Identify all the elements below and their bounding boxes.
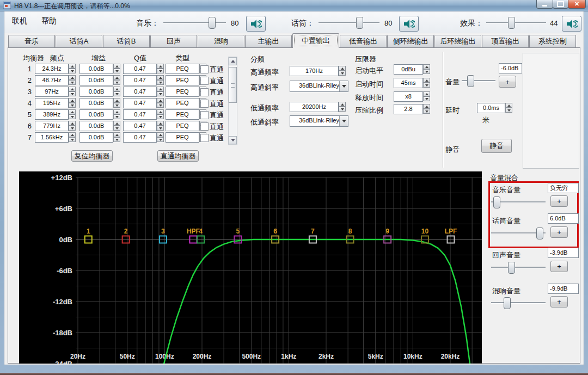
title-bar[interactable]: H8 V1.8---正在调用预设，请稍等...0.0% ✕ xyxy=(0,0,588,11)
spin-down-icon[interactable] xyxy=(339,71,346,76)
spin-down-icon[interactable] xyxy=(157,103,164,108)
spin-up-icon[interactable] xyxy=(69,121,76,126)
eq-gain-1-input[interactable]: 0.0dB xyxy=(79,64,113,74)
maximize-button[interactable] xyxy=(553,0,568,9)
tab-话筒B[interactable]: 话筒B xyxy=(103,35,150,47)
spin-down-icon[interactable] xyxy=(157,91,164,96)
compressor-field-1-input[interactable]: 45ms xyxy=(394,78,423,88)
menu-item-connect[interactable]: 联机 xyxy=(8,15,32,28)
eq-type-6-input[interactable]: PEQ xyxy=(166,121,199,131)
spin-down-icon[interactable] xyxy=(157,80,164,85)
chevron-down-icon[interactable] xyxy=(339,81,348,91)
music-slider-thumb[interactable] xyxy=(209,17,216,29)
tab-回声[interactable]: 回声 xyxy=(150,35,197,47)
eq-q-6-input[interactable]: 0.47 xyxy=(123,121,157,131)
spin-down-icon[interactable] xyxy=(157,114,164,119)
spin-up-icon[interactable] xyxy=(157,75,164,80)
mixer-music-value[interactable]: 负无穷 xyxy=(548,183,579,193)
eq-type-7-input[interactable]: PEQ xyxy=(166,132,199,143)
spin-down-icon[interactable] xyxy=(113,126,120,131)
spin-down-icon[interactable] xyxy=(113,103,120,108)
spin-down-icon[interactable] xyxy=(339,107,346,112)
eq-bypass-checkbox-7[interactable] xyxy=(200,134,209,142)
tab-中置输出[interactable]: 中置输出 xyxy=(292,33,339,48)
effect-slider-thumb[interactable] xyxy=(508,17,515,29)
mute-button[interactable]: 静音 xyxy=(481,139,512,153)
mixer-echo-value[interactable]: -3.9dB xyxy=(548,248,579,258)
mixer-echo-thumb[interactable] xyxy=(508,262,515,274)
mixer-music-thumb[interactable] xyxy=(493,196,500,208)
eq-gain-6-input[interactable]: 0.0dB xyxy=(79,121,113,131)
eq-bypass-checkbox-3[interactable] xyxy=(200,88,209,96)
compressor-field-0-input[interactable]: 0dBu xyxy=(394,64,423,75)
tab-混响[interactable]: 混响 xyxy=(198,35,244,47)
tab-主输出[interactable]: 主输出 xyxy=(245,35,292,47)
mic-mute-button[interactable] xyxy=(399,16,419,32)
eq-gain-4-input[interactable]: 0.0dB xyxy=(79,98,113,108)
tab-侧环绕输出[interactable]: 侧环绕输出 xyxy=(387,35,434,47)
mixer-music-slider[interactable] xyxy=(491,196,546,207)
mixer-reverb-value[interactable]: -9.9dB xyxy=(548,284,579,294)
eq-bypass-checkbox-2[interactable] xyxy=(200,77,209,85)
output-volume-plus-button[interactable]: + xyxy=(499,76,516,88)
output-volume-value[interactable]: -6.0dB xyxy=(499,63,522,73)
spin-up-icon[interactable] xyxy=(339,102,346,107)
spin-down-icon[interactable] xyxy=(113,137,120,142)
hp-freq-input[interactable]: 170Hz xyxy=(290,66,339,76)
spin-up-icon[interactable] xyxy=(157,121,164,126)
delay-input[interactable]: 0.0ms xyxy=(477,103,505,113)
compressor-field-2-input[interactable]: x8 xyxy=(394,91,423,102)
scroll-up-icon[interactable] xyxy=(229,57,237,65)
spin-down-icon[interactable] xyxy=(69,69,76,73)
spin-up-icon[interactable] xyxy=(69,98,76,103)
spin-up-icon[interactable] xyxy=(157,87,164,91)
eq-reset-button[interactable]: 复位均衡器 xyxy=(71,150,113,162)
eq-gain-2-input[interactable]: 0.0dB xyxy=(79,75,113,85)
mixer-echo-track[interactable] xyxy=(491,267,546,268)
spin-up-icon[interactable] xyxy=(423,78,430,83)
spin-up-icon[interactable] xyxy=(157,109,164,114)
spin-up-icon[interactable] xyxy=(339,66,346,71)
mixer-reverb-plus-button[interactable]: + xyxy=(550,296,568,308)
eq-gain-7-input[interactable]: 0.0dB xyxy=(79,132,113,143)
compressor-field-3-input[interactable]: 2.8 xyxy=(394,104,423,114)
mixer-mic-slider[interactable] xyxy=(491,228,546,238)
mixer-mic-value[interactable]: 6.0dB xyxy=(548,213,579,224)
eq-bypass-checkbox-6[interactable] xyxy=(200,122,209,131)
eq-freq-1-input[interactable]: 24.3Hz xyxy=(35,64,69,74)
spin-up-icon[interactable] xyxy=(69,132,76,137)
mic-volume-slider[interactable] xyxy=(318,17,379,28)
eq-q-5-input[interactable]: 0.47 xyxy=(123,109,157,120)
tab-低音输出[interactable]: 低音输出 xyxy=(340,35,387,47)
eq-freq-2-input[interactable]: 48.7Hz xyxy=(35,75,69,85)
eq-bypass-button[interactable]: 直通均衡器 xyxy=(157,150,199,162)
spin-up-icon[interactable] xyxy=(157,132,164,137)
spin-down-icon[interactable] xyxy=(69,126,76,131)
eq-freq-7-input[interactable]: 1.56kHz xyxy=(35,132,69,143)
tab-后环绕输出[interactable]: 后环绕输出 xyxy=(434,35,481,47)
eq-type-3-input[interactable]: PEQ xyxy=(166,87,199,97)
spin-up-icon[interactable] xyxy=(423,91,430,96)
spin-up-icon[interactable] xyxy=(113,64,120,69)
eq-freq-6-input[interactable]: 779Hz xyxy=(35,121,69,131)
spin-down-icon[interactable] xyxy=(423,96,430,101)
tab-顶置输出[interactable]: 顶置输出 xyxy=(482,35,529,47)
spin-down-icon[interactable] xyxy=(157,69,164,73)
mixer-echo-slider[interactable] xyxy=(491,262,546,273)
spin-down-icon[interactable] xyxy=(157,137,164,142)
lp-slope-select[interactable]: 36dBLink-Riley xyxy=(290,115,348,127)
eq-scrollbar[interactable] xyxy=(228,57,237,145)
effect-mute-button[interactable] xyxy=(562,16,581,32)
mixer-reverb-slider[interactable] xyxy=(491,297,546,308)
eq-gain-5-input[interactable]: 0.0dB xyxy=(79,109,113,120)
mixer-music-plus-button[interactable]: + xyxy=(550,195,568,207)
eq-type-2-input[interactable]: PEQ xyxy=(166,75,199,85)
eq-q-2-input[interactable]: 0.47 xyxy=(123,75,157,85)
spin-up-icon[interactable] xyxy=(113,75,120,80)
eq-freq-5-input[interactable]: 389Hz xyxy=(35,109,69,120)
mixer-echo-plus-button[interactable]: + xyxy=(550,261,568,272)
eq-q-4-input[interactable]: 0.47 xyxy=(123,98,157,108)
mixer-mic-thumb[interactable] xyxy=(536,228,543,239)
tab-话筒A[interactable]: 话筒A xyxy=(56,35,102,47)
eq-freq-3-input[interactable]: 97Hz xyxy=(35,87,69,97)
